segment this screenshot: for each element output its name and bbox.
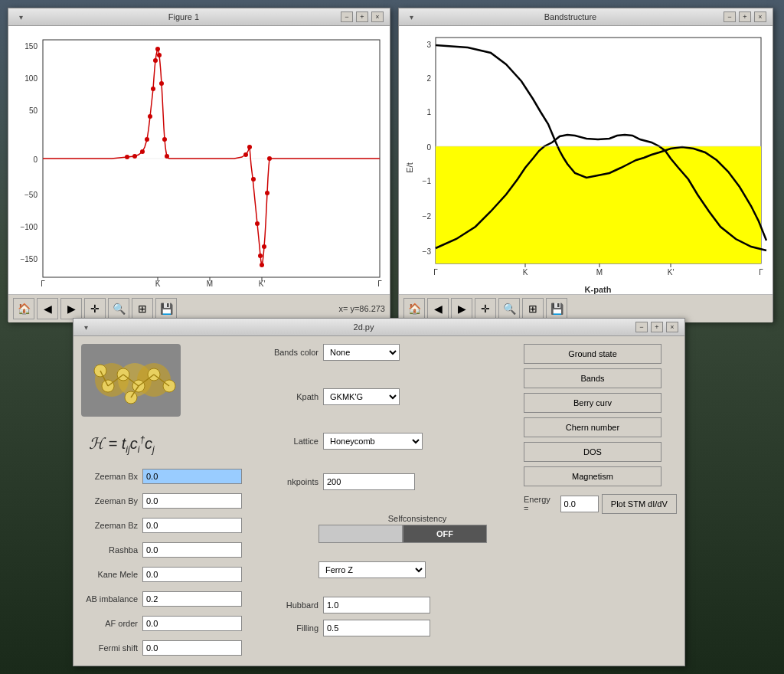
spacer2 bbox=[265, 411, 516, 427]
kpath-label: Kpath bbox=[265, 392, 318, 401]
energy-input[interactable] bbox=[560, 496, 599, 512]
ferro-row: Ferro Z Ferro X AF bbox=[318, 561, 516, 578]
kane-mele-label: Kane Mele bbox=[81, 570, 142, 579]
center-panel: Bands color None Red Blue Kpath GKMK'G G… bbox=[265, 344, 516, 659]
dot10 bbox=[159, 81, 164, 86]
berry-curv-button[interactable]: Berry curv bbox=[524, 393, 662, 413]
toggle-empty[interactable] bbox=[318, 525, 403, 543]
bandstructure-menu-icon[interactable]: ▾ bbox=[405, 11, 417, 22]
zoom-btn[interactable]: 🔍 bbox=[108, 298, 129, 319]
bandstructure-minimize[interactable]: − bbox=[724, 11, 736, 22]
dot16 bbox=[255, 221, 260, 226]
y-tick-150: 150 bbox=[24, 42, 38, 51]
hubbard-label: Hubbard bbox=[265, 600, 318, 610]
bs-x-gamma1: Γ bbox=[433, 268, 438, 276]
ground-state-button[interactable]: Ground state bbox=[524, 344, 662, 364]
dos-button[interactable]: DOS bbox=[524, 442, 662, 462]
bandstructure-close[interactable]: × bbox=[754, 11, 766, 22]
bs-forward-btn[interactable]: ▶ bbox=[451, 298, 472, 319]
y-tick-100: 100 bbox=[24, 74, 38, 83]
fermi-shift-row: Fermi shift bbox=[81, 640, 257, 656]
dot15 bbox=[251, 177, 256, 182]
dot20 bbox=[265, 191, 270, 195]
bs-x-gamma2: Γ bbox=[759, 268, 763, 276]
bs-home-btn[interactable]: 🏠 bbox=[403, 298, 425, 319]
figure1-titlebar: ▾ Figure 1 − + × bbox=[8, 8, 390, 26]
af-order-input[interactable] bbox=[142, 616, 242, 631]
af-order-label: AF order bbox=[81, 619, 142, 628]
main-maximize[interactable]: + bbox=[651, 322, 663, 332]
bs-zoom-btn[interactable]: 🔍 bbox=[498, 298, 520, 319]
selfconsistency-label: Selfconsistency bbox=[318, 514, 516, 523]
main-title: 2d.py bbox=[92, 322, 635, 332]
magnetism-button[interactable]: Magnetism bbox=[524, 466, 662, 486]
ab-imbalance-input[interactable] bbox=[142, 591, 242, 607]
spacer5 bbox=[265, 549, 516, 555]
main-minimize[interactable]: − bbox=[635, 322, 648, 332]
figure1-menu-icon[interactable]: ▾ bbox=[15, 11, 27, 22]
af-order-row: AF order bbox=[81, 616, 257, 631]
kpath-dropdown[interactable]: GKMK'G GKG bbox=[323, 388, 400, 405]
lattice-image-container bbox=[81, 344, 257, 419]
kane-mele-row: Kane Mele bbox=[81, 567, 257, 582]
configure-btn[interactable]: ⊞ bbox=[132, 298, 153, 319]
ferro-dropdown[interactable]: Ferro Z Ferro X AF bbox=[318, 561, 426, 578]
dot3 bbox=[140, 149, 145, 154]
fermi-shift-input[interactable] bbox=[142, 640, 242, 656]
figure1-maximize[interactable]: + bbox=[356, 11, 368, 22]
y-tick-50: 50 bbox=[29, 106, 38, 115]
figure1-svg: 150 100 50 0 −50 −100 −150 bbox=[8, 26, 390, 294]
bands-button[interactable]: Bands bbox=[524, 368, 662, 388]
main-close[interactable]: × bbox=[666, 322, 678, 332]
bs-x-Kprime: K′ bbox=[668, 268, 675, 276]
zeeman-bz-input[interactable] bbox=[142, 518, 242, 533]
main-menu-icon[interactable]: ▾ bbox=[80, 322, 92, 332]
bs-back-btn[interactable]: ◀ bbox=[427, 298, 449, 319]
bandstructure-svg: E/t 3 2 1 0 −1 −2 −3 Γ K M K′ Γ bbox=[399, 26, 773, 294]
bandstructure-controls: − + × bbox=[724, 11, 766, 22]
zeeman-by-input[interactable] bbox=[142, 493, 242, 509]
plot-stm-button[interactable]: Plot STM dI/dV bbox=[602, 494, 677, 514]
chern-number-button[interactable]: Chern number bbox=[524, 417, 662, 437]
rashba-label: Rashba bbox=[81, 545, 142, 555]
bs-move-btn[interactable]: ✛ bbox=[475, 298, 496, 319]
nkpoints-input[interactable] bbox=[323, 473, 415, 490]
ab-imbalance-label: AB imbalance bbox=[81, 594, 142, 604]
figure1-title: Figure 1 bbox=[27, 12, 341, 21]
move-btn[interactable]: ✛ bbox=[84, 298, 106, 319]
back-btn[interactable]: ◀ bbox=[37, 298, 58, 319]
zeeman-bx-input[interactable] bbox=[142, 469, 242, 484]
bs-x-K: K bbox=[523, 268, 528, 276]
lattice-dropdown[interactable]: Honeycomb Square Triangular bbox=[323, 433, 423, 450]
figure1-plot: 150 100 50 0 −50 −100 −150 bbox=[8, 26, 390, 294]
dot7 bbox=[153, 58, 158, 63]
bandstructure-plot: E/t 3 2 1 0 −1 −2 −3 Γ K M K′ Γ bbox=[399, 26, 773, 294]
bs-configure-btn[interactable]: ⊞ bbox=[522, 298, 544, 319]
dot1 bbox=[125, 155, 129, 159]
figure1-controls: − + × bbox=[341, 11, 384, 22]
dot13 bbox=[243, 152, 248, 157]
rashba-row: Rashba bbox=[81, 542, 257, 558]
figure1-window: ▾ Figure 1 − + × 150 100 50 0 −50 −100 −… bbox=[8, 8, 390, 322]
nkpoints-label: nkpoints bbox=[265, 477, 318, 486]
figure1-minimize[interactable]: − bbox=[341, 11, 353, 22]
bs-y-tick-3: 3 bbox=[426, 41, 431, 49]
toggle-off-label[interactable]: OFF bbox=[403, 525, 487, 543]
nkpoints-row: nkpoints bbox=[265, 473, 516, 490]
kane-mele-input[interactable] bbox=[142, 567, 242, 582]
y-tick-n50: −50 bbox=[24, 191, 38, 199]
forward-btn[interactable]: ▶ bbox=[60, 298, 82, 319]
figure1-close[interactable]: × bbox=[371, 11, 384, 22]
hubbard-input[interactable] bbox=[323, 597, 430, 613]
bandstructure-maximize[interactable]: + bbox=[739, 11, 751, 22]
home-btn[interactable]: 🏠 bbox=[13, 298, 34, 319]
save-btn[interactable]: 💾 bbox=[155, 298, 177, 319]
y-axis-label: E/t bbox=[405, 162, 414, 172]
filling-input[interactable] bbox=[323, 620, 430, 636]
bs-save-btn[interactable]: 💾 bbox=[546, 298, 567, 319]
dot8 bbox=[155, 47, 160, 51]
rashba-input[interactable] bbox=[142, 542, 242, 558]
bands-color-dropdown[interactable]: None Red Blue bbox=[323, 344, 400, 361]
dot2 bbox=[132, 154, 137, 159]
zeeman-bz-row: Zeeman Bz bbox=[81, 518, 257, 533]
